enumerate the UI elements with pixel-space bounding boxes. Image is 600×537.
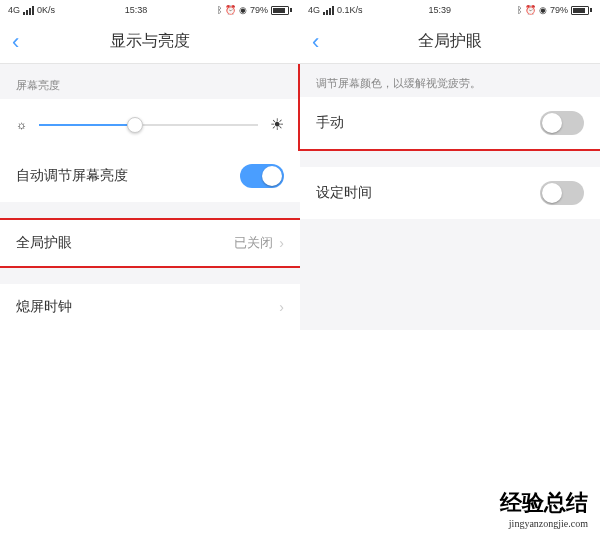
signal-icon — [323, 6, 334, 15]
signal-icon — [23, 6, 34, 15]
watermark-cn: 经验总结 — [500, 488, 588, 518]
back-icon[interactable]: ‹ — [12, 29, 19, 55]
chevron-right-icon: › — [279, 235, 284, 251]
battery-icon — [571, 6, 592, 15]
eye-care-label: 全局护眼 — [16, 234, 72, 252]
alarm-icon: ⏰ — [525, 5, 536, 15]
status-time: 15:38 — [125, 5, 148, 15]
manual-toggle[interactable] — [540, 111, 584, 135]
schedule-row[interactable]: 设定时间 — [300, 167, 600, 219]
page-title: 全局护眼 — [418, 31, 482, 52]
manual-row[interactable]: 手动 — [300, 97, 600, 149]
wifi-icon: ◉ — [239, 5, 247, 15]
eye-care-desc: 调节屏幕颜色，以缓解视觉疲劳。 — [300, 64, 600, 97]
watermark: 经验总结 jingyanzongjie.com — [500, 488, 588, 529]
schedule-label: 设定时间 — [316, 184, 372, 202]
auto-brightness-label: 自动调节屏幕亮度 — [16, 167, 128, 185]
header: ‹ 全局护眼 — [300, 20, 600, 64]
slider-thumb[interactable] — [127, 117, 143, 133]
status-bar: 4G 0.1K/s 15:39 ᛒ ⏰ ◉ 79% — [300, 0, 600, 20]
network-label: 4G — [8, 5, 20, 15]
brightness-label: 屏幕亮度 — [0, 64, 300, 99]
page-title: 显示与亮度 — [110, 31, 190, 52]
brightness-slider[interactable] — [39, 124, 258, 126]
back-icon[interactable]: ‹ — [312, 29, 319, 55]
standby-clock-label: 熄屏时钟 — [16, 298, 72, 316]
phone-right: 4G 0.1K/s 15:39 ᛒ ⏰ ◉ 79% ‹ 全局护眼 调节屏幕颜色，… — [300, 0, 600, 330]
phone-left: 4G 0K/s 15:38 ᛒ ⏰ ◉ 79% ‹ 显示与亮度 屏幕亮度 ☼ — [0, 0, 300, 330]
network-label: 4G — [308, 5, 320, 15]
sun-low-icon: ☼ — [16, 118, 27, 132]
status-bar: 4G 0K/s 15:38 ᛒ ⏰ ◉ 79% — [0, 0, 300, 20]
bluetooth-icon: ᛒ — [517, 5, 522, 15]
standby-clock-row[interactable]: 熄屏时钟 › — [0, 284, 300, 330]
auto-brightness-row[interactable]: 自动调节屏幕亮度 — [0, 150, 300, 202]
sun-high-icon: ☀ — [270, 115, 284, 134]
battery-icon — [271, 6, 292, 15]
status-time: 15:39 — [428, 5, 451, 15]
data-speed: 0.1K/s — [337, 5, 363, 15]
auto-brightness-toggle[interactable] — [240, 164, 284, 188]
brightness-slider-row: ☼ ☀ — [0, 99, 300, 150]
bluetooth-icon: ᛒ — [217, 5, 222, 15]
wifi-icon: ◉ — [539, 5, 547, 15]
chevron-right-icon: › — [279, 299, 284, 315]
watermark-en: jingyanzongjie.com — [500, 518, 588, 529]
eye-care-value: 已关闭 — [234, 234, 273, 252]
battery-pct: 79% — [550, 5, 568, 15]
data-speed: 0K/s — [37, 5, 55, 15]
header: ‹ 显示与亮度 — [0, 20, 300, 64]
manual-label: 手动 — [316, 114, 344, 132]
eye-care-row[interactable]: 全局护眼 已关闭 › — [0, 220, 300, 266]
schedule-toggle[interactable] — [540, 181, 584, 205]
alarm-icon: ⏰ — [225, 5, 236, 15]
battery-pct: 79% — [250, 5, 268, 15]
